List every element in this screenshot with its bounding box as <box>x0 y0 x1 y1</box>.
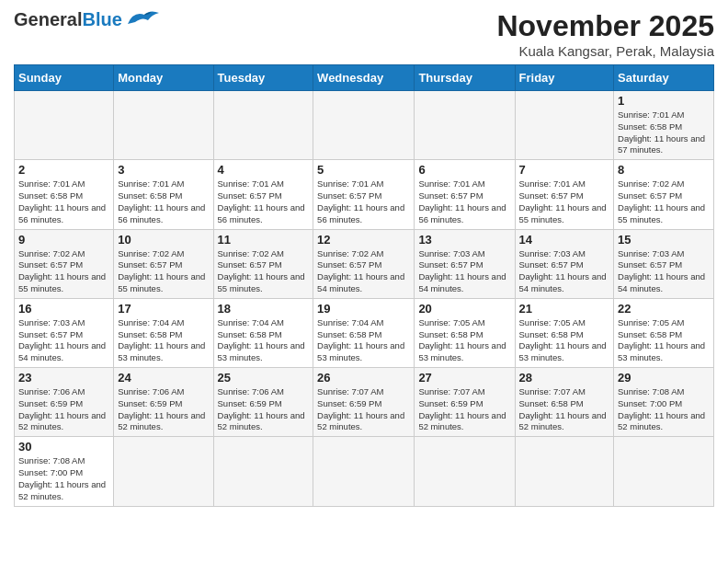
day-info: Sunrise: 7:02 AMSunset: 6:57 PMDaylight:… <box>317 248 410 295</box>
day-number: 28 <box>519 371 610 385</box>
calendar-cell: 2Sunrise: 7:01 AMSunset: 6:58 PMDaylight… <box>15 160 114 229</box>
weekday-thursday: Thursday <box>415 65 515 91</box>
week-row-6: 30Sunrise: 7:08 AMSunset: 7:00 PMDayligh… <box>15 437 714 506</box>
calendar-cell <box>114 437 213 506</box>
day-info: Sunrise: 7:04 AMSunset: 6:58 PMDaylight:… <box>218 317 310 364</box>
day-info: Sunrise: 7:01 AMSunset: 6:58 PMDaylight:… <box>618 109 710 156</box>
day-info: Sunrise: 7:05 AMSunset: 6:58 PMDaylight:… <box>618 317 710 364</box>
logo-bird-icon <box>126 7 161 29</box>
calendar-cell <box>313 91 415 160</box>
day-number: 10 <box>118 233 209 247</box>
day-info: Sunrise: 7:03 AMSunset: 6:57 PMDaylight:… <box>618 248 710 295</box>
day-info: Sunrise: 7:08 AMSunset: 7:00 PMDaylight:… <box>18 455 109 502</box>
calendar-cell: 23Sunrise: 7:06 AMSunset: 6:59 PMDayligh… <box>15 368 114 437</box>
calendar-cell: 24Sunrise: 7:06 AMSunset: 6:59 PMDayligh… <box>114 368 213 437</box>
day-number: 14 <box>519 233 610 247</box>
day-info: Sunrise: 7:03 AMSunset: 6:57 PMDaylight:… <box>418 248 510 295</box>
calendar-cell <box>213 91 313 160</box>
calendar-cell: 3Sunrise: 7:01 AMSunset: 6:58 PMDaylight… <box>114 160 213 229</box>
day-number: 3 <box>118 163 209 177</box>
logo-blue: Blue <box>82 9 121 30</box>
day-info: Sunrise: 7:06 AMSunset: 6:59 PMDaylight:… <box>218 386 310 433</box>
calendar-cell <box>313 437 415 506</box>
location-subtitle: Kuala Kangsar, Perak, Malaysia <box>496 43 714 59</box>
day-info: Sunrise: 7:08 AMSunset: 7:00 PMDaylight:… <box>618 386 710 433</box>
calendar-table: SundayMondayTuesdayWednesdayThursdayFrid… <box>14 64 714 507</box>
calendar-cell: 7Sunrise: 7:01 AMSunset: 6:57 PMDaylight… <box>515 160 614 229</box>
calendar-cell: 18Sunrise: 7:04 AMSunset: 6:58 PMDayligh… <box>213 298 313 367</box>
day-number: 7 <box>519 163 610 177</box>
calendar-cell: 28Sunrise: 7:07 AMSunset: 6:58 PMDayligh… <box>515 368 614 437</box>
calendar-cell: 21Sunrise: 7:05 AMSunset: 6:58 PMDayligh… <box>515 298 614 367</box>
day-info: Sunrise: 7:07 AMSunset: 6:59 PMDaylight:… <box>317 386 410 433</box>
logo-area: General Blue <box>14 9 161 30</box>
calendar-cell: 22Sunrise: 7:05 AMSunset: 6:58 PMDayligh… <box>614 298 714 367</box>
day-info: Sunrise: 7:06 AMSunset: 6:59 PMDaylight:… <box>118 386 209 433</box>
day-number: 18 <box>218 302 310 316</box>
calendar-cell: 12Sunrise: 7:02 AMSunset: 6:57 PMDayligh… <box>313 229 415 298</box>
day-number: 9 <box>18 233 109 247</box>
weekday-monday: Monday <box>114 65 213 91</box>
calendar-cell: 1Sunrise: 7:01 AMSunset: 6:58 PMDaylight… <box>614 91 714 160</box>
calendar-cell <box>114 91 213 160</box>
day-info: Sunrise: 7:04 AMSunset: 6:58 PMDaylight:… <box>118 317 209 364</box>
header: General Blue November 2025 Kuala Kangsar… <box>14 9 714 59</box>
calendar-cell: 11Sunrise: 7:02 AMSunset: 6:57 PMDayligh… <box>213 229 313 298</box>
day-number: 20 <box>418 302 510 316</box>
calendar-cell: 10Sunrise: 7:02 AMSunset: 6:57 PMDayligh… <box>114 229 213 298</box>
calendar-cell: 6Sunrise: 7:01 AMSunset: 6:57 PMDaylight… <box>415 160 515 229</box>
day-number: 11 <box>218 233 310 247</box>
weekday-wednesday: Wednesday <box>313 65 415 91</box>
calendar-cell: 15Sunrise: 7:03 AMSunset: 6:57 PMDayligh… <box>614 229 714 298</box>
day-number: 19 <box>317 302 410 316</box>
weekday-friday: Friday <box>515 65 614 91</box>
calendar-cell: 27Sunrise: 7:07 AMSunset: 6:59 PMDayligh… <box>415 368 515 437</box>
calendar-cell: 16Sunrise: 7:03 AMSunset: 6:57 PMDayligh… <box>15 298 114 367</box>
day-number: 25 <box>218 371 310 385</box>
calendar-cell <box>415 437 515 506</box>
title-area: November 2025 Kuala Kangsar, Perak, Mala… <box>496 9 714 59</box>
calendar-cell: 30Sunrise: 7:08 AMSunset: 7:00 PMDayligh… <box>15 437 114 506</box>
day-number: 23 <box>18 371 109 385</box>
day-number: 2 <box>18 163 109 177</box>
calendar-cell: 14Sunrise: 7:03 AMSunset: 6:57 PMDayligh… <box>515 229 614 298</box>
day-number: 22 <box>618 302 710 316</box>
day-number: 30 <box>18 440 109 454</box>
day-info: Sunrise: 7:03 AMSunset: 6:57 PMDaylight:… <box>519 248 610 295</box>
calendar-cell <box>515 437 614 506</box>
week-row-4: 16Sunrise: 7:03 AMSunset: 6:57 PMDayligh… <box>15 298 714 367</box>
day-info: Sunrise: 7:01 AMSunset: 6:58 PMDaylight:… <box>118 178 209 225</box>
day-info: Sunrise: 7:02 AMSunset: 6:57 PMDaylight:… <box>118 248 209 295</box>
day-info: Sunrise: 7:05 AMSunset: 6:58 PMDaylight:… <box>418 317 510 364</box>
calendar-cell: 17Sunrise: 7:04 AMSunset: 6:58 PMDayligh… <box>114 298 213 367</box>
calendar-cell: 4Sunrise: 7:01 AMSunset: 6:57 PMDaylight… <box>213 160 313 229</box>
calendar-cell: 5Sunrise: 7:01 AMSunset: 6:57 PMDaylight… <box>313 160 415 229</box>
calendar-cell: 25Sunrise: 7:06 AMSunset: 6:59 PMDayligh… <box>213 368 313 437</box>
logo-general: General <box>14 9 82 30</box>
day-number: 1 <box>618 94 710 108</box>
day-number: 27 <box>418 371 510 385</box>
day-number: 13 <box>418 233 510 247</box>
day-info: Sunrise: 7:07 AMSunset: 6:59 PMDaylight:… <box>418 386 510 433</box>
day-number: 26 <box>317 371 410 385</box>
day-number: 17 <box>118 302 209 316</box>
calendar-cell: 19Sunrise: 7:04 AMSunset: 6:58 PMDayligh… <box>313 298 415 367</box>
day-info: Sunrise: 7:05 AMSunset: 6:58 PMDaylight:… <box>519 317 610 364</box>
month-title: November 2025 <box>496 9 714 43</box>
day-info: Sunrise: 7:02 AMSunset: 6:57 PMDaylight:… <box>18 248 109 295</box>
calendar-cell <box>515 91 614 160</box>
weekday-sunday: Sunday <box>15 65 114 91</box>
day-info: Sunrise: 7:07 AMSunset: 6:58 PMDaylight:… <box>519 386 610 433</box>
calendar-cell: 13Sunrise: 7:03 AMSunset: 6:57 PMDayligh… <box>415 229 515 298</box>
day-number: 29 <box>618 371 710 385</box>
day-number: 8 <box>618 163 710 177</box>
day-info: Sunrise: 7:06 AMSunset: 6:59 PMDaylight:… <box>18 386 109 433</box>
weekday-saturday: Saturday <box>614 65 714 91</box>
day-info: Sunrise: 7:02 AMSunset: 6:57 PMDaylight:… <box>618 178 710 225</box>
day-info: Sunrise: 7:04 AMSunset: 6:58 PMDaylight:… <box>317 317 410 364</box>
day-number: 5 <box>317 163 410 177</box>
day-number: 12 <box>317 233 410 247</box>
day-number: 21 <box>519 302 610 316</box>
calendar-cell: 20Sunrise: 7:05 AMSunset: 6:58 PMDayligh… <box>415 298 515 367</box>
calendar-cell <box>415 91 515 160</box>
